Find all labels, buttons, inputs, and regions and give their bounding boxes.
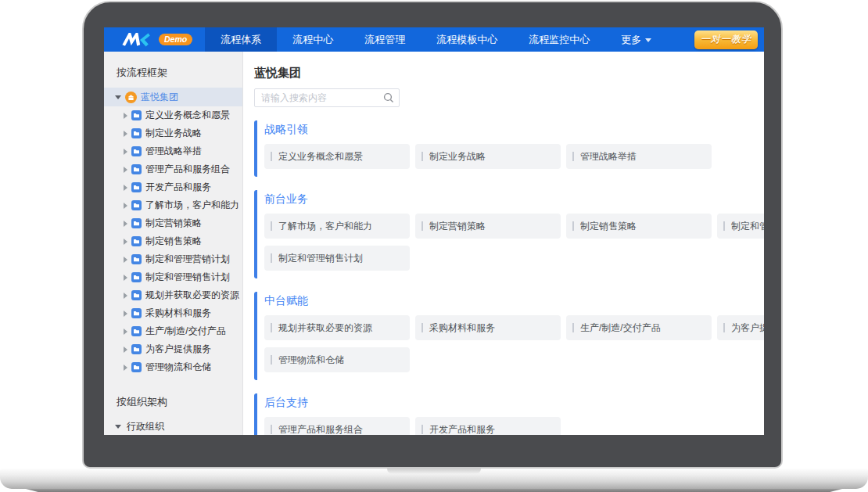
app-logo[interactable]: Demo bbox=[121, 33, 192, 47]
chevron-right-icon[interactable] bbox=[124, 149, 127, 155]
page-background: Demo 流程体系流程中心流程管理流程模板中心流程监控中心更多 一对一教学 按流… bbox=[0, 0, 868, 492]
tree-root-org[interactable]: 行政组织 bbox=[104, 417, 242, 435]
chevron-right-icon[interactable] bbox=[124, 347, 127, 353]
card-tick bbox=[271, 152, 272, 161]
folder-icon bbox=[131, 218, 142, 228]
section-title: 战略引领 bbox=[264, 123, 764, 137]
tree-item-2[interactable]: 制定业务战略 bbox=[104, 124, 242, 142]
chevron-right-icon[interactable] bbox=[124, 329, 127, 335]
tree-item-12[interactable]: 采购材料和服务 bbox=[104, 304, 242, 322]
tree-item-13[interactable]: 生产/制造/交付产品 bbox=[104, 322, 242, 340]
folder-icon bbox=[131, 272, 142, 282]
chevron-right-icon[interactable] bbox=[124, 275, 127, 281]
chevron-right-icon[interactable] bbox=[124, 293, 127, 299]
nav-menu: 流程体系流程中心流程管理流程模板中心流程监控中心更多 bbox=[205, 27, 667, 52]
tree-item-7[interactable]: 制定营销策略 bbox=[104, 214, 242, 232]
tree-item-label: 定义业务概念和愿景 bbox=[145, 109, 230, 122]
tree-item-10[interactable]: 制定和管理销售计划 bbox=[104, 268, 242, 286]
tree-item-11[interactable]: 规划并获取必要的资源 bbox=[104, 286, 242, 304]
process-card[interactable]: 定义业务概念和愿景 bbox=[264, 144, 410, 169]
card-tick bbox=[421, 425, 423, 434]
tree-item-label: 制定营销策略 bbox=[145, 217, 202, 230]
tree-item-1[interactable]: 定义业务概念和愿景 bbox=[104, 106, 242, 124]
tree-item-label: 采购材料和服务 bbox=[145, 307, 211, 320]
search-box bbox=[254, 88, 400, 107]
promo-badge[interactable]: 一对一教学 bbox=[694, 31, 758, 49]
process-card[interactable]: 生产/制造/交付产品 bbox=[566, 315, 712, 340]
process-card[interactable]: 制定营销策略 bbox=[415, 214, 561, 239]
process-card[interactable]: 了解市场，客户和能力 bbox=[264, 214, 410, 239]
chevron-right-icon[interactable] bbox=[124, 239, 127, 245]
tree-item-15[interactable]: 管理物流和仓储 bbox=[104, 358, 242, 376]
card-label: 制定和管理销售计划 bbox=[278, 252, 363, 265]
tree-root-company[interactable]: 蓝悦集团 bbox=[104, 88, 242, 106]
section-title: 后台支持 bbox=[264, 396, 764, 410]
nav-item-5[interactable]: 流程监控中心 bbox=[513, 27, 605, 52]
card-tick bbox=[421, 323, 423, 332]
process-sections: 战略引领定义业务概念和愿景制定业务战略管理战略举措前台业务了解市场，客户和能力制… bbox=[254, 120, 764, 435]
screen: Demo 流程体系流程中心流程管理流程模板中心流程监控中心更多 一对一教学 按流… bbox=[104, 27, 764, 435]
tree-item-5[interactable]: 开发产品和服务 bbox=[104, 178, 242, 196]
search-input[interactable] bbox=[254, 88, 400, 107]
nav-item-6[interactable]: 更多 bbox=[605, 27, 667, 52]
tree-item-14[interactable]: 为客户提供服务 bbox=[104, 340, 242, 358]
nav-item-2[interactable]: 流程中心 bbox=[277, 27, 349, 52]
process-card[interactable]: 采购材料和服务 bbox=[415, 315, 561, 340]
process-card[interactable]: 制定销售策略 bbox=[566, 214, 712, 239]
chevron-right-icon[interactable] bbox=[124, 257, 127, 263]
process-card[interactable]: 制定和管理营销计划 bbox=[717, 214, 764, 239]
page-title: 蓝悦集团 bbox=[254, 66, 764, 81]
tree-item-6[interactable]: 了解市场，客户和能力 bbox=[104, 196, 242, 214]
section-title: 前台业务 bbox=[264, 192, 764, 206]
tree-item-label: 管理产品和服务组合 bbox=[145, 163, 230, 176]
chevron-right-icon[interactable] bbox=[124, 311, 127, 317]
folder-icon bbox=[131, 128, 142, 138]
folder-icon bbox=[131, 344, 142, 354]
company-label: 蓝悦集团 bbox=[141, 91, 178, 104]
laptop-base-notch bbox=[387, 469, 481, 474]
nav-item-1[interactable]: 流程体系 bbox=[205, 27, 277, 52]
process-tree: 定义业务概念和愿景制定业务战略管理战略举措管理产品和服务组合开发产品和服务了解市… bbox=[104, 106, 242, 376]
tree-item-label: 为客户提供服务 bbox=[145, 343, 211, 356]
process-card[interactable]: 为客户提供服务 bbox=[717, 315, 764, 340]
tree-item-8[interactable]: 制定销售策略 bbox=[104, 232, 242, 250]
chevron-right-icon[interactable] bbox=[124, 365, 127, 371]
process-card[interactable]: 规划并获取必要的资源 bbox=[264, 315, 410, 340]
chevron-right-icon[interactable] bbox=[124, 203, 127, 209]
card-grid: 规划并获取必要的资源采购材料和服务生产/制造/交付产品为客户提供服务管理物流和仓… bbox=[264, 308, 764, 372]
tree-item-9[interactable]: 制定和管理营销计划 bbox=[104, 250, 242, 268]
folder-icon bbox=[131, 146, 142, 156]
tree-item-label: 开发产品和服务 bbox=[145, 181, 211, 194]
chevron-down-icon[interactable] bbox=[115, 95, 121, 99]
folder-icon bbox=[131, 200, 142, 210]
chevron-right-icon[interactable] bbox=[124, 185, 127, 191]
card-tick bbox=[572, 152, 574, 161]
search-icon[interactable] bbox=[383, 92, 394, 106]
folder-icon bbox=[131, 110, 142, 120]
process-card[interactable]: 开发产品和服务 bbox=[415, 417, 561, 435]
card-grid: 管理产品和服务组合开发产品和服务 bbox=[264, 410, 764, 435]
org-root-label: 行政组织 bbox=[127, 420, 164, 433]
process-section-3: 中台赋能规划并获取必要的资源采购材料和服务生产/制造/交付产品为客户提供服务管理… bbox=[254, 292, 764, 380]
process-card[interactable]: 管理物流和仓储 bbox=[264, 347, 410, 372]
chevron-down-icon[interactable] bbox=[115, 425, 121, 429]
process-card[interactable]: 管理战略举措 bbox=[566, 144, 712, 169]
top-navbar: Demo 流程体系流程中心流程管理流程模板中心流程监控中心更多 一对一教学 bbox=[104, 27, 764, 52]
nav-item-3[interactable]: 流程管理 bbox=[349, 27, 421, 52]
tree-item-4[interactable]: 管理产品和服务组合 bbox=[104, 160, 242, 178]
chevron-right-icon[interactable] bbox=[124, 131, 127, 137]
chevron-right-icon[interactable] bbox=[124, 221, 127, 227]
chevron-right-icon[interactable] bbox=[124, 113, 127, 119]
process-card[interactable]: 制定和管理销售计划 bbox=[264, 246, 410, 271]
process-card[interactable]: 管理产品和服务组合 bbox=[264, 417, 410, 435]
card-label: 生产/制造/交付产品 bbox=[580, 321, 661, 335]
card-tick bbox=[572, 323, 574, 332]
tree-item-label: 管理战略举措 bbox=[145, 145, 202, 158]
process-section-4: 后台支持管理产品和服务组合开发产品和服务 bbox=[254, 393, 764, 435]
card-label: 了解市场，客户和能力 bbox=[278, 220, 372, 233]
tree-item-3[interactable]: 管理战略举措 bbox=[104, 142, 242, 160]
nav-item-4[interactable]: 流程模板中心 bbox=[421, 27, 513, 52]
process-card[interactable]: 制定业务战略 bbox=[415, 144, 561, 169]
chevron-right-icon[interactable] bbox=[124, 167, 127, 173]
card-tick bbox=[271, 253, 272, 263]
